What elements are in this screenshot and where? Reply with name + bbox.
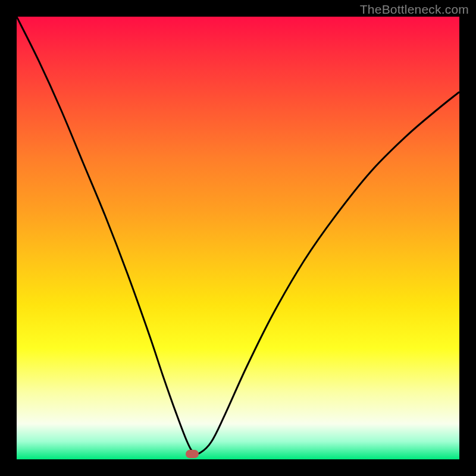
plot-area [17,17,459,459]
curve-layer [17,17,459,459]
chart-frame: TheBottleneck.com [0,0,476,476]
watermark-text: TheBottleneck.com [360,2,469,17]
optimum-marker [186,450,199,458]
bottleneck-curve [17,17,459,454]
